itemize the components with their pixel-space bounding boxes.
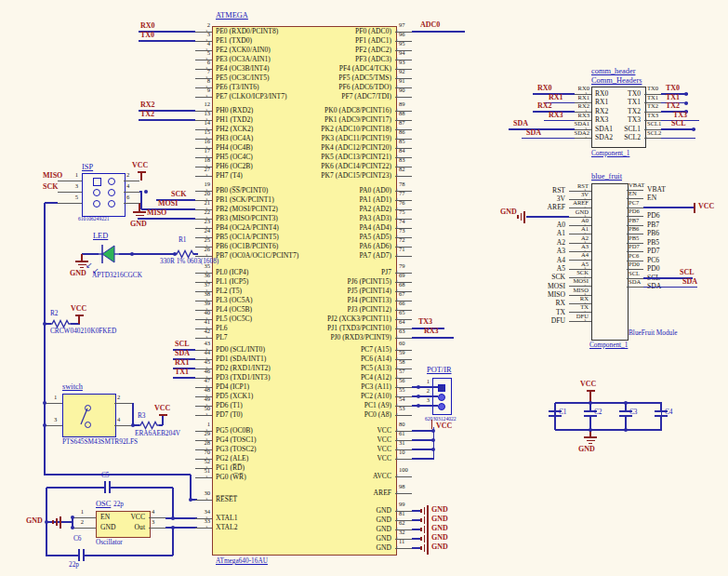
pin-name: AVCC — [373, 473, 391, 480]
connector-pad — [438, 384, 445, 392]
wire — [44, 474, 191, 475]
junction-dot — [171, 526, 175, 529]
pin-name: PC6 (A14) — [361, 355, 391, 363]
pin-number: 29 — [204, 431, 210, 437]
pin-name: PA2 (AD2) — [359, 206, 391, 213]
pin-clip-icon: ‹ — [396, 306, 399, 313]
pin-clip-icon: ‹ — [396, 544, 399, 551]
pin-name: PF4 (ADC4/TCK) — [339, 65, 391, 73]
pin-name: PD0 — [647, 265, 660, 273]
pin-number: 65 — [399, 310, 405, 316]
pin-name: PJ2 (XCK3/PCINT11) — [327, 315, 391, 323]
pin-name: 3V — [557, 195, 565, 203]
wire — [555, 402, 662, 403]
wire — [625, 417, 626, 430]
net-label: SDA — [682, 278, 697, 286]
pin-name: PC5 (A13) — [361, 365, 391, 372]
pin-name-stub: PD0 — [629, 261, 640, 268]
isp-connector-body[interactable] — [82, 173, 126, 217]
junction-dot — [71, 516, 74, 519]
pin-name: PL5 (OC5C) — [216, 315, 252, 323]
pin-name-stub: RX — [580, 296, 589, 302]
pin-clip-icon: ‹ — [396, 516, 399, 523]
net-label: SDA — [513, 120, 528, 127]
bluefruit-body[interactable] — [591, 183, 629, 341]
pin-name: TX2 — [628, 108, 641, 115]
pin-name-stub: SDA1 — [575, 121, 590, 127]
junction-dot — [417, 385, 420, 389]
net-label: SCL — [671, 120, 686, 127]
connector-pad — [438, 403, 445, 410]
wire — [193, 253, 198, 254]
pin-stub — [114, 425, 133, 426]
pin-name: PG4 (TOSC1) — [216, 436, 257, 444]
pot-ir-title: POT/IR — [427, 367, 452, 374]
pin-name: PL2 (T5) — [216, 288, 242, 295]
pin-number: 98 — [399, 484, 405, 490]
vcc-label: VCC — [71, 305, 86, 313]
pin-number: 46 — [204, 368, 210, 375]
net-label: RX2 — [537, 102, 552, 110]
pin-number: 79 — [399, 263, 405, 270]
pin-name: PD7 (T0) — [216, 411, 243, 419]
pin-name: PE3 (OC3A/AIN1) — [216, 56, 271, 63]
r1-ref: R1 — [179, 236, 187, 243]
pin-name-stub: SCL — [629, 271, 640, 277]
pin-name: PK0 (ADC8/PCINT16) — [324, 107, 391, 114]
net-label: TX3 — [418, 318, 432, 326]
pin-clip-icon: ‹ — [396, 446, 399, 452]
net-label: SCL — [175, 341, 190, 348]
pin-name: A4 — [557, 257, 565, 264]
pin-name: A3 — [557, 248, 565, 255]
net-label: RX0 — [140, 22, 155, 30]
pin-name: PH3 (OC4A) — [216, 135, 253, 142]
wire — [46, 487, 104, 488]
wire — [412, 458, 434, 459]
pin-name: A5 — [557, 265, 565, 273]
pin-name: A2 — [557, 239, 565, 247]
pin-number: 60 — [399, 341, 405, 347]
pin-number: 40 — [204, 310, 210, 316]
pin-clip-icon: ‹ — [396, 93, 399, 100]
pin-clip-icon: › — [205, 93, 208, 100]
pin-stub — [114, 403, 133, 404]
pin-name-stub: A1 — [581, 226, 589, 233]
pin-name: PH5 (OC4C) — [216, 154, 253, 161]
pin-name: VCC — [377, 446, 391, 453]
junction-dot — [43, 423, 46, 427]
junction-dot — [130, 252, 134, 256]
pin-number: 90 — [399, 87, 405, 94]
pin-name: PE6 (T3/INT6) — [216, 84, 259, 91]
pin-clip-icon: › — [205, 411, 208, 418]
pin-name: VCC — [377, 455, 391, 462]
wire — [119, 253, 175, 254]
pin-name: DFU — [551, 317, 565, 325]
junction-dot — [131, 423, 135, 427]
gnd-symbol — [81, 254, 83, 261]
pin-name: PF2 (ADC2) — [355, 47, 391, 54]
pin-name-stub: AREF — [573, 200, 589, 207]
mcu-title: ATMEGA — [216, 12, 248, 20]
gnd-symbol — [133, 211, 146, 213]
pin-clip-icon: ‹ — [396, 473, 399, 479]
wire — [173, 377, 195, 378]
pin-clip-icon: ‹ — [396, 224, 399, 231]
pin-number: 17 — [204, 148, 210, 154]
net-label: TX1 — [175, 368, 189, 376]
wire — [544, 120, 575, 121]
pin-name: PB0 (S̅S̅/PCINT0) — [216, 187, 268, 194]
pin-clip-icon: ‹ — [396, 107, 399, 114]
pin-number: 6 — [207, 60, 210, 66]
pin-name: PG2 (ALE) — [216, 455, 248, 462]
pin-name: PK3 (ADC11/PCINT19) — [322, 135, 391, 142]
pin-name: PB7 — [647, 221, 659, 229]
pin-stub — [195, 415, 212, 416]
gnd-label: GND — [431, 534, 448, 542]
led-icon[interactable] — [99, 243, 119, 265]
pin-number: 53 — [399, 406, 405, 412]
pin-number: 75 — [399, 209, 405, 216]
pin-number: 35 — [204, 263, 210, 270]
pin-clip-icon: ‹ — [396, 234, 399, 240]
switch-body[interactable] — [62, 394, 116, 437]
junction-dot — [431, 429, 435, 433]
